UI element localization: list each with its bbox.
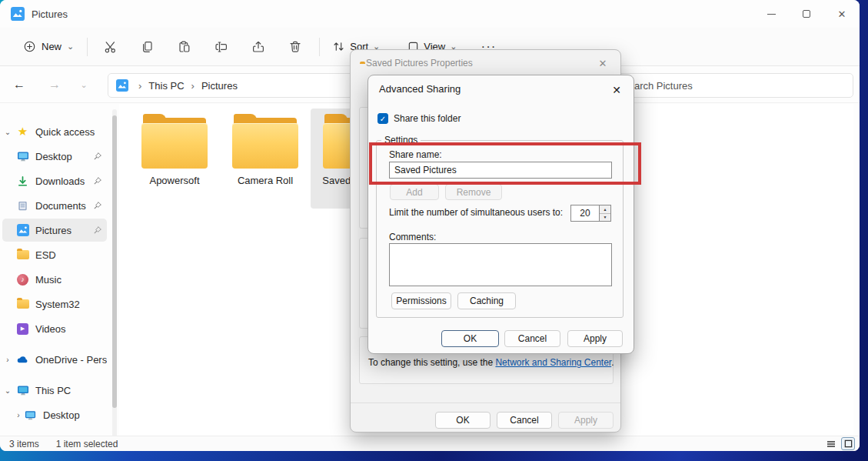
back-button[interactable]: ← [8,73,31,96]
search-input[interactable] [613,74,853,97]
sidebar-item-quick-access[interactable]: ⌄ ★ Quick access [2,120,107,143]
recent-locations-button[interactable]: ⌄ [72,73,95,96]
desktop-icon [16,150,29,163]
pin-icon [93,176,102,185]
new-button[interactable]: New ⌄ [15,35,81,58]
note-text: To change this setting, use the [368,357,495,368]
delete-button[interactable] [281,33,310,61]
user-limit-spinner[interactable]: ▲ ▼ [600,205,611,222]
comments-label: Comments: [389,232,436,242]
sidebar-item-onedrive[interactable]: › OneDrive - Perso [2,348,107,371]
chevron-right-icon: › [2,356,13,364]
pictures-icon [16,224,29,237]
sidebar-item-this-pc[interactable]: ⌄ This PC [2,379,107,402]
minimize-button[interactable] [753,0,789,28]
sidebar-item-system32[interactable]: System32 [2,292,107,316]
user-limit-label: Limit the number of simultaneous users t… [389,207,563,218]
properties-ok-button[interactable]: OK [435,412,491,429]
new-button-label: New [42,41,62,52]
rename-icon [215,40,228,54]
sidebar-item-desktop[interactable]: Desktop [2,145,107,168]
chevron-down-icon: ⌄ [2,386,13,395]
share-this-folder-checkbox[interactable]: ✓ Share this folder [377,113,461,124]
sidebar-item-label: Downloads [35,175,93,187]
this-pc-icon [16,384,29,397]
sidebar-item-downloads[interactable]: Downloads [2,169,107,192]
add-button[interactable]: Add [390,184,439,200]
desktop-icon [24,409,37,422]
breadcrumb-this-pc[interactable]: This PC [148,80,184,92]
sidebar-item-label: Desktop [35,151,93,162]
network-sharing-center-link[interactable]: Network and Sharing Center [495,357,611,368]
sidebar-item-label: This PC [35,385,107,396]
cut-icon [104,40,118,54]
folder-icon [141,118,208,169]
sidebar-item-videos[interactable]: ▶ Videos [2,317,107,340]
paste-button[interactable] [170,33,199,61]
maximize-icon [803,10,810,18]
navigation-pane: ⌄ ★ Quick access Desktop Downloads [0,108,111,436]
breadcrumb-separator: › [191,80,195,92]
sidebar-item-label: Desktop [43,409,107,421]
title-bar: Pictures ✕ [0,0,860,28]
close-button[interactable]: ✕ [824,0,860,28]
footer-divider [351,403,620,403]
properties-apply-button[interactable]: Apply [558,412,614,429]
chevron-right-icon: › [13,411,24,419]
breadcrumb-pictures[interactable]: Pictures [201,80,238,92]
rename-button[interactable] [207,33,236,61]
advanced-sharing-title: Advanced Sharing [379,83,461,95]
selection-count: 1 item selected [56,439,118,449]
spin-up-icon[interactable]: ▲ [600,205,610,214]
folder-tile-camera-roll[interactable]: Camera Roll [220,109,311,209]
item-count: 3 items [9,439,39,449]
user-limit-input[interactable] [570,205,600,222]
copy-button[interactable] [133,33,162,61]
folder-name: Apowersoft [129,175,220,186]
properties-cancel-button[interactable]: Cancel [497,412,552,429]
properties-close-button[interactable]: ✕ [593,55,613,72]
folder-icon [232,118,298,169]
maximize-button[interactable] [789,0,824,28]
details-view-toggle[interactable] [824,437,838,450]
toolbar-separator [87,38,88,56]
scrollbar-thumb[interactable] [112,115,117,408]
pin-icon [93,201,102,210]
sidebar-scrollbar[interactable] [112,109,117,440]
advanced-sharing-close-button[interactable]: ✕ [607,82,626,99]
chevron-down-icon: ⌄ [67,42,74,51]
remove-button[interactable]: Remove [445,184,502,200]
copy-icon [141,40,155,54]
advanced-cancel-button[interactable]: Cancel [504,330,560,347]
advanced-ok-button[interactable]: OK [441,330,499,347]
share-button[interactable] [244,33,273,61]
spin-down-icon[interactable]: ▼ [600,214,610,222]
advanced-sharing-dialog: Advanced Sharing ✕ ✓ Share this folder S… [367,75,634,354]
documents-icon [16,199,29,212]
toolbar-separator [319,38,320,56]
sidebar-item-label: System32 [35,299,107,310]
permissions-button[interactable]: Permissions [391,292,451,309]
sidebar-item-music[interactable]: ♪ Music [2,268,107,291]
comments-textarea[interactable] [389,243,612,286]
properties-title: Saved Pictures Properties [366,58,473,68]
music-icon: ♪ [16,273,29,286]
search-box[interactable] [612,73,853,98]
star-icon: ★ [16,125,29,139]
share-checkbox-label: Share this folder [394,113,461,124]
folder-icon [16,298,29,311]
folder-tile-apowersoft[interactable]: Apowersoft [129,109,220,209]
sidebar-item-this-pc-desktop[interactable]: › Desktop [2,403,107,426]
caching-button[interactable]: Caching [457,292,516,309]
sidebar-item-documents[interactable]: Documents [2,194,107,217]
forward-button[interactable]: → [43,73,66,96]
advanced-apply-button[interactable]: Apply [567,330,623,347]
new-plus-icon [23,40,36,53]
icons-view-toggle[interactable] [841,437,855,450]
sidebar-item-label: Documents [35,200,93,212]
chevron-down-icon: ⌄ [2,128,13,136]
cut-button[interactable] [96,33,125,61]
sidebar-item-esd[interactable]: ESD [2,243,107,266]
sidebar-item-label: Pictures [35,225,93,236]
sidebar-item-pictures[interactable]: Pictures [2,219,107,242]
